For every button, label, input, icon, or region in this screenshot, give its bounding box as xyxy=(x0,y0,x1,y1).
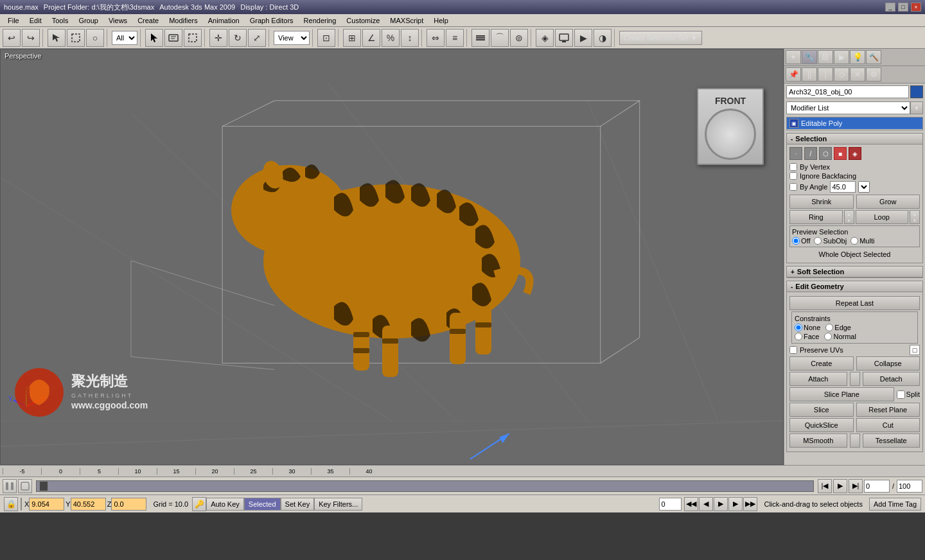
polygon-mode-btn[interactable]: ■ xyxy=(834,147,847,160)
loop-button[interactable]: Loop xyxy=(856,210,909,224)
align-button[interactable]: ≡ xyxy=(446,29,464,47)
frame-number-input[interactable] xyxy=(659,498,682,511)
preserve-uvs-checkbox[interactable] xyxy=(789,346,797,354)
by-angle-checkbox[interactable] xyxy=(789,183,797,191)
face-constraint-radio[interactable] xyxy=(795,333,802,340)
key-filters-button[interactable]: Key Filters... xyxy=(314,498,362,511)
modifier-list-arrow[interactable]: ▼ xyxy=(910,101,923,114)
redo-button[interactable]: ↪ xyxy=(22,29,40,47)
menu-create[interactable]: Create xyxy=(132,15,164,26)
percent-snap-button[interactable]: % xyxy=(382,29,400,47)
frame-end-input[interactable] xyxy=(897,480,922,493)
menu-tools[interactable]: Tools xyxy=(47,15,74,26)
play-button[interactable]: ▶ xyxy=(833,479,847,493)
prev-key-button[interactable]: ◀ xyxy=(699,497,713,511)
key-icon-btn[interactable]: 🔑 xyxy=(192,497,206,511)
maximize-button[interactable]: □ xyxy=(898,3,908,12)
slice-button[interactable]: Slice xyxy=(789,403,854,417)
play-anim-button[interactable]: ▶ xyxy=(714,497,728,511)
object-color-box[interactable] xyxy=(910,85,923,98)
mini-player-btn-1[interactable] xyxy=(3,479,17,493)
preserve-uvs-settings[interactable]: □ xyxy=(910,345,920,355)
snap-toggle-button[interactable]: ⊞ xyxy=(343,29,361,47)
menu-rendering[interactable]: Rendering xyxy=(299,15,342,26)
ffwd-button[interactable]: ▶▶ xyxy=(743,497,757,511)
loop-spinner-up[interactable]: ▲ xyxy=(910,211,919,217)
select-object-button[interactable] xyxy=(48,29,66,47)
frame-input[interactable] xyxy=(864,480,890,493)
attach-spinner[interactable]: □ xyxy=(850,372,860,386)
menu-maxscript[interactable]: MAXScript xyxy=(385,15,428,26)
angle-snap-button[interactable]: ∠ xyxy=(362,29,380,47)
motion-tab-button[interactable]: ▶ xyxy=(834,50,849,64)
menu-group[interactable]: Group xyxy=(73,15,103,26)
by-vertex-checkbox[interactable] xyxy=(789,163,797,171)
quick-render-button[interactable]: ▶ xyxy=(574,29,592,47)
close-button[interactable]: × xyxy=(911,3,921,12)
remove-modifier-button[interactable]: ✕ xyxy=(850,67,865,82)
time-slider-handle[interactable] xyxy=(39,481,48,491)
edge-constraint-radio[interactable] xyxy=(825,324,833,331)
select-cursor-button[interactable] xyxy=(145,29,163,47)
repeat-last-button[interactable]: Repeat Last xyxy=(789,296,920,310)
pin-stack-button[interactable]: 📌 xyxy=(786,67,801,82)
menu-animation[interactable]: Animation xyxy=(203,15,245,26)
ref-coord-dropdown[interactable]: View xyxy=(274,31,310,45)
y-input[interactable] xyxy=(71,498,106,511)
rotate-button[interactable]: ↻ xyxy=(229,29,247,47)
move-button[interactable]: ✛ xyxy=(209,29,227,47)
border-mode-btn[interactable]: ⬡ xyxy=(819,147,832,160)
reset-plane-button[interactable]: Reset Plane xyxy=(856,403,921,417)
attach-button[interactable]: Attach xyxy=(789,372,847,386)
msmooth-button[interactable]: MSmooth xyxy=(789,433,847,448)
preview-subobj-radio[interactable] xyxy=(814,237,822,245)
selected-button[interactable]: Selected xyxy=(244,498,281,511)
curve-editor-button[interactable]: ⌒ xyxy=(491,29,509,47)
menu-edit[interactable]: Edit xyxy=(24,15,47,26)
slice-plane-button[interactable]: Slice Plane xyxy=(789,387,894,401)
configure-button[interactable]: ⚙ xyxy=(866,67,881,82)
split-checkbox[interactable] xyxy=(897,390,905,399)
schematic-view-button[interactable]: ⊚ xyxy=(510,29,528,47)
ring-button[interactable]: Ring xyxy=(789,210,843,224)
menu-customize[interactable]: Customize xyxy=(341,15,385,26)
msmooth-spinner[interactable]: □ xyxy=(850,433,860,448)
msmooth-spinner-inner[interactable]: □ xyxy=(850,434,859,441)
menu-modifiers[interactable]: Modifiers xyxy=(164,15,203,26)
select-circle-button[interactable]: ○ xyxy=(86,29,104,47)
next-key-button[interactable]: ▶ xyxy=(728,497,743,511)
utilities-tab-button[interactable]: 🔨 xyxy=(866,50,881,64)
object-name-input[interactable] xyxy=(786,85,909,98)
display-tab-button[interactable]: 💡 xyxy=(850,50,865,64)
grow-button[interactable]: Grow xyxy=(856,195,921,209)
by-angle-value[interactable] xyxy=(830,181,856,193)
minimize-button[interactable]: _ xyxy=(885,3,895,12)
preview-off-radio[interactable] xyxy=(792,237,800,245)
mini-player-btn-2[interactable] xyxy=(18,479,32,493)
editable-poly-item[interactable]: ▣ Editable Poly xyxy=(787,118,922,130)
select-rect-button[interactable] xyxy=(184,29,202,47)
set-key-button[interactable]: Set Key xyxy=(281,498,315,511)
vertex-mode-btn[interactable]: · xyxy=(789,147,802,160)
create-tab-button[interactable]: ✦ xyxy=(786,50,801,64)
modify-tab-button[interactable]: 🔧 xyxy=(802,50,817,64)
edit-geometry-header[interactable]: - Edit Geometry xyxy=(787,281,922,292)
show-result-button[interactable]: | xyxy=(818,67,833,82)
modifier-list-dropdown[interactable]: Modifier List xyxy=(786,101,910,114)
rewind-button[interactable]: ◀◀ xyxy=(684,497,698,511)
viewport[interactable]: Perspective xyxy=(0,49,784,465)
layer-manager-button[interactable] xyxy=(471,29,489,47)
select-region-button[interactable] xyxy=(67,29,85,47)
element-mode-btn[interactable]: ◈ xyxy=(849,147,861,160)
add-time-tag-button[interactable]: Add Time Tag xyxy=(869,498,921,511)
soft-selection-header[interactable]: + Soft Selection xyxy=(787,267,922,277)
make-unique-button[interactable]: ◇ xyxy=(834,67,849,82)
collapse-button[interactable]: Collapse xyxy=(856,356,921,371)
ring-spinner-up[interactable]: ▲ xyxy=(845,211,854,217)
mirror-button[interactable]: ⇔ xyxy=(427,29,445,47)
menu-file[interactable]: File xyxy=(3,15,24,26)
next-frame-button[interactable]: ▶| xyxy=(849,479,863,493)
x-input[interactable] xyxy=(29,498,64,511)
detach-button[interactable]: Detach xyxy=(863,372,921,386)
show-stack-button[interactable]: || xyxy=(802,67,817,82)
